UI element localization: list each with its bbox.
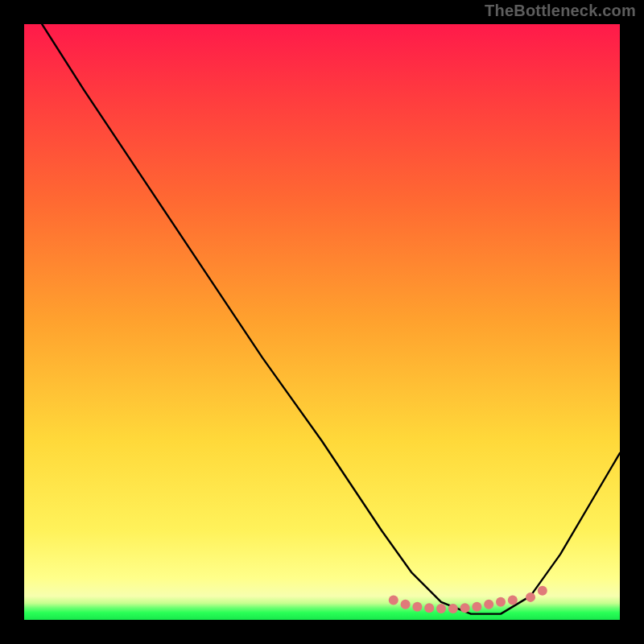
svg-point-7 [460, 603, 470, 613]
svg-point-1 [389, 596, 398, 605]
svg-point-4 [424, 603, 434, 613]
svg-point-12 [526, 592, 535, 602]
svg-point-9 [484, 600, 493, 609]
svg-point-3 [412, 602, 422, 612]
svg-point-8 [472, 602, 481, 612]
svg-point-2 [401, 600, 411, 609]
svg-point-11 [508, 596, 518, 605]
plot-area [24, 24, 620, 620]
chart-svg [24, 24, 620, 620]
svg-point-6 [448, 604, 458, 613]
svg-point-5 [436, 604, 446, 613]
svg-rect-0 [24, 24, 620, 620]
svg-point-10 [496, 597, 506, 607]
chart-frame: TheBottleneck.com [0, 0, 644, 644]
svg-point-13 [538, 586, 547, 596]
watermark-text: TheBottleneck.com [485, 2, 636, 20]
